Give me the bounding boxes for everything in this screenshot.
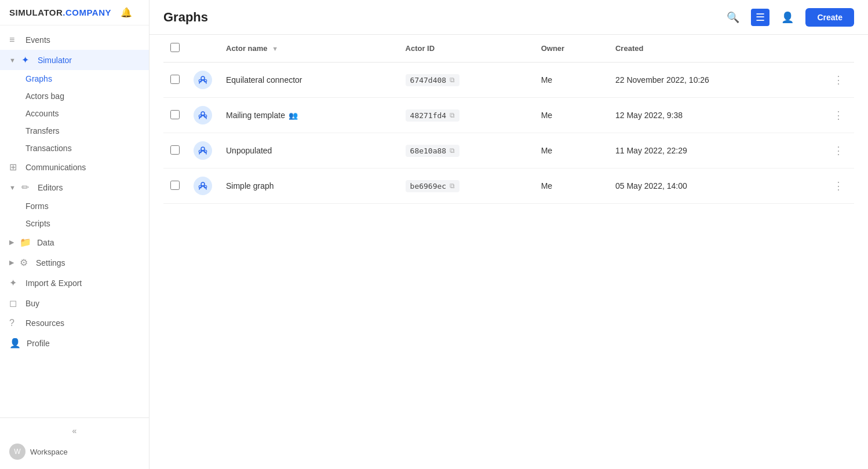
row-checkbox-cell [163,133,187,168]
sidebar-item-accounts[interactable]: Accounts [0,105,149,122]
bell-icon[interactable]: 🔔 [121,7,132,18]
sidebar-item-scripts[interactable]: Scripts [0,215,149,232]
row-actor-name-cell: Mailing template 👥 [219,98,399,133]
row-checkbox-2[interactable] [170,145,180,155]
sidebar-item-settings[interactable]: ▶ ⚙ Settings [0,252,149,273]
row-checkbox-3[interactable] [170,181,180,190]
copy-icon[interactable]: ⧉ [450,146,455,155]
sidebar-item-transactions[interactable]: Transactions [0,140,149,157]
sidebar-item-communications[interactable]: ⊞ Communications [0,157,149,177]
sidebar-item-import-export[interactable]: ✦ Import & Export [0,273,149,293]
sidebar-item-resources[interactable]: ? Resources [0,313,149,333]
svg-point-6 [201,147,205,151]
row-actor-icon-cell [187,133,219,168]
row-owner-cell: Me [534,63,608,98]
row-actor-id-cell: 6747d408 ⧉ [399,63,534,98]
table-row: Simple graph be6969ec ⧉ Me 05 May 2022, … [163,168,854,204]
row-checkbox-0[interactable] [170,75,180,84]
communications-icon: ⊞ [9,162,20,173]
actor-id-value: be6969ec [410,182,447,190]
row-actor-icon-cell [187,98,219,133]
sidebar-item-import-export-label: Import & Export [25,279,82,288]
brand-logo: SIMULATOR.COMPANY [9,8,111,17]
collapse-icon: « [72,426,77,435]
sidebar-item-forms[interactable]: Forms [0,197,149,215]
row-actor-id-cell: 68e10a88 ⧉ [399,133,534,168]
copy-icon[interactable]: ⧉ [450,111,455,119]
actor-id-value: 6747d408 [410,76,447,85]
row-more-button[interactable]: ⋮ [830,143,847,158]
actor-icon [194,177,212,195]
copy-icon[interactable]: ⧉ [450,182,455,190]
brand-company: .COMPANY [63,8,111,17]
actor-icon [194,71,212,89]
logo-area: SIMULATOR.COMPANY 🔔 [0,0,149,25]
sidebar-item-transfers[interactable]: Transfers [0,122,149,140]
data-icon: 📁 [20,237,31,248]
chevron-down-icon-editors: ▼ [9,184,16,191]
row-actions-cell: ⋮ [823,63,854,98]
header-created: Created [608,35,823,63]
workspace-avatar: W [9,444,25,460]
search-button[interactable]: 🔍 [722,9,744,26]
topbar-actions: 🔍 ☰ 👤 Create [722,8,854,27]
copy-icon[interactable]: ⧉ [450,76,455,84]
header-checkbox-cell [163,35,187,63]
create-button[interactable]: Create [805,8,854,27]
graphs-table: Actor name ▼ Actor ID Owner Created [163,35,854,204]
row-actor-icon-cell [187,168,219,204]
sidebar-item-events[interactable]: ≡ Events [0,30,149,50]
header-actions [823,35,854,63]
select-all-checkbox[interactable] [170,43,180,52]
buy-icon: ◻ [9,298,20,309]
actor-id-badge: 68e10a88 ⧉ [406,145,460,157]
page-title: Graphs [163,10,208,25]
row-more-button[interactable]: ⋮ [830,178,847,193]
sidebar-item-simulator[interactable]: ▼ ✦ Simulator [0,50,149,70]
sidebar-nav: ≡ Events ▼ ✦ Simulator Graphs Actors bag… [0,25,149,417]
main-content: Graphs 🔍 ☰ 👤 Create Actor name ▼ [149,0,868,469]
sidebar-item-actors-bag[interactable]: Actors bag [0,87,149,105]
header-actor-id: Actor ID [399,35,534,63]
row-owner-cell: Me [534,98,608,133]
row-actions-cell: ⋮ [823,98,854,133]
graphs-table-container: Actor name ▼ Actor ID Owner Created [149,35,868,469]
user-button[interactable]: 👤 [776,9,798,26]
table-body: Equilateral connector 6747d408 ⧉ Me 22 N… [163,63,854,204]
row-owner-cell: Me [534,168,608,204]
actor-id-value: 48271fd4 [410,111,447,120]
row-more-button[interactable]: ⋮ [830,72,847,87]
actor-id-value: 68e10a88 [410,146,447,155]
row-checkbox-cell [163,168,187,204]
row-more-button[interactable]: ⋮ [830,108,847,123]
sidebar-item-buy[interactable]: ◻ Buy [0,293,149,313]
table-row: Unpopulated 68e10a88 ⧉ Me 11 May 2022, 2… [163,133,854,168]
actor-icon [194,141,212,160]
workspace-label: Workspace [30,448,68,456]
sidebar-item-graphs[interactable]: Graphs [0,70,149,87]
profile-icon: 👤 [9,338,21,349]
actor-name-text: Equilateral connector [226,75,392,85]
workspace-row: W Workspace [0,439,149,464]
sort-icon: ▼ [272,45,278,52]
svg-point-0 [201,76,205,80]
sidebar-item-editors-label: Editors [38,183,63,192]
row-checkbox-cell [163,63,187,98]
table-header: Actor name ▼ Actor ID Owner Created [163,35,854,63]
sidebar-item-data[interactable]: ▶ 📁 Data [0,232,149,252]
settings-icon: ⚙ [20,257,30,268]
editors-icon: ✏ [21,182,32,193]
collapse-button[interactable]: « [0,423,149,439]
sidebar-item-editors[interactable]: ▼ ✏ Editors [0,177,149,197]
list-view-button[interactable]: ☰ [751,9,769,26]
header-actor-name[interactable]: Actor name ▼ [219,35,399,63]
actor-id-badge: be6969ec ⧉ [406,180,460,192]
row-owner-cell: Me [534,133,608,168]
sidebar-item-resources-label: Resources [25,318,64,328]
sidebar-item-profile[interactable]: 👤 Profile [0,333,149,353]
actor-name-text: Simple graph [226,181,392,190]
row-actions-cell: ⋮ [823,168,854,204]
sidebar-item-buy-label: Buy [25,299,39,308]
row-checkbox-1[interactable] [170,110,180,119]
brand-simulator: SIMULATOR [9,8,63,17]
